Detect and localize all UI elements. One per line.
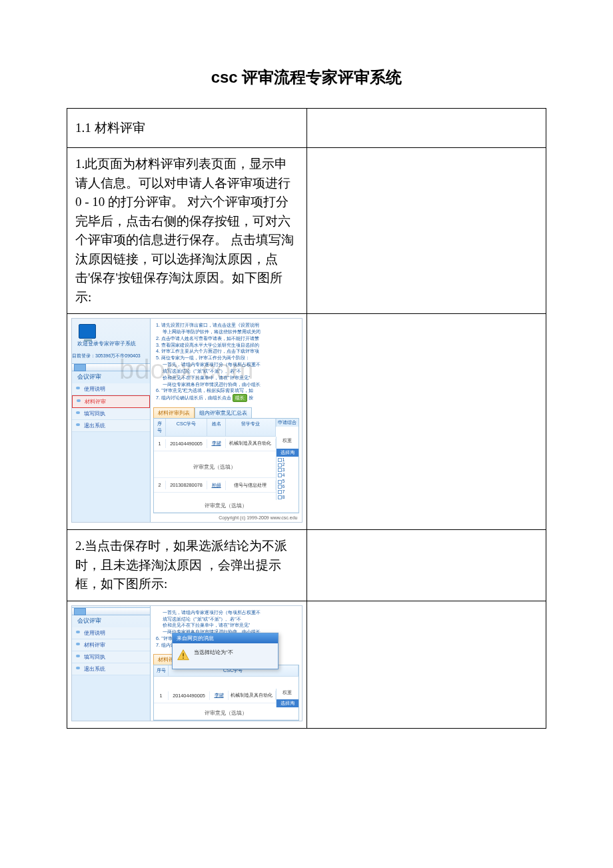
td-index: 2 [154, 481, 166, 489]
checkbox-label: 5 [283, 479, 285, 483]
table-row: 2 201308280078 柏摄 信号与信息处理 [154, 478, 276, 493]
sidebar-section-title[interactable]: 会议评审 [72, 371, 150, 383]
computer-icon [79, 324, 96, 339]
cell-empty [306, 530, 546, 601]
cell-screenshot-2: 会议评审 使用说明 材料评审 填写回执 退出系统 一首先，请组内专家逐项打分（每… [67, 601, 307, 728]
sidebar-item-label: 退出系统 [84, 423, 105, 429]
instr-text: 填写选派结论（"派"或"不派"）。若"不 [163, 616, 241, 622]
dialog-text: 当选择结论为"不 [194, 649, 233, 656]
cell-empty [306, 148, 546, 314]
instr-text: 请先设置打开弹出窗口，请点击这里《设置说明 [161, 322, 259, 328]
sidebar-item-material-review[interactable]: 材料评审 [72, 639, 150, 651]
cell-empty [306, 109, 546, 148]
cell-empty [306, 314, 546, 530]
sidebar-item-label: 退出系统 [84, 666, 105, 672]
checkbox-4[interactable] [278, 473, 282, 477]
checkbox-label: 3 [283, 467, 285, 472]
instr-text: 两位专家为一组，评审工作分为两个阶段： [161, 355, 250, 361]
sidebar-item-label: 使用说明 [84, 386, 105, 392]
th-name: 姓名 [207, 419, 226, 436]
sidebar-section-title[interactable]: 会议评审 [72, 615, 150, 627]
welcome-text: 欢迎登录专家评审子系统 [77, 341, 150, 347]
tab-material-list[interactable]: 材料评审列表 [153, 407, 195, 418]
sidebar: 会议评审 使用说明 材料评审 填写回执 退出系统 [72, 606, 151, 721]
cell-para2: 2.当点击保存时，如果选派结论为不派时，且未选择淘汰原因 ，会弹出提示框，如下图… [67, 530, 307, 601]
instr-text: 填写选派结论（"派"或"不派"）。若"不 [163, 368, 241, 374]
td-index: 1 [154, 439, 166, 448]
reason-checkboxes: 1 2 3 4 [276, 457, 299, 479]
sidebar: 欢迎登录专家评审子系统 目前登录：305396万不帝090403 会议评审 使用… [72, 319, 151, 522]
screenshot-2: 会议评审 使用说明 材料评审 填写回执 退出系统 一首先，请组内专家逐项打分（每… [71, 605, 303, 721]
sidebar-item-logout[interactable]: 退出系统 [72, 663, 150, 675]
applicant-name-link[interactable]: 李罐 [212, 440, 221, 446]
th-csc: CSC学号 [166, 419, 207, 436]
instr-text: 价和意见不在下拉菜单中，请在"评审意见" [163, 622, 250, 628]
td-csc: 201404490005 [169, 691, 210, 700]
applicant-name-link[interactable]: 李罐 [215, 692, 224, 698]
review-table: 序号 CSC学号 1 201404490005 李罐 机械制造及其自动化 [153, 665, 299, 721]
sidebar-item-usage[interactable]: 使用说明 [72, 627, 150, 639]
td-index: 1 [154, 691, 169, 700]
opinion-label: 评审意见（选填） [155, 503, 297, 509]
checkbox-8[interactable] [278, 495, 282, 499]
instr-text: 评审工作主要从六个方面进行，点击下载评审项 [161, 348, 259, 354]
applicant-name-link[interactable]: 柏摄 [212, 482, 221, 488]
screenshot-1: 欢迎登录专家评审子系统 目前登录：305396万不帝090403 会议评审 使用… [71, 318, 303, 523]
instr-text: 等上网助手等防护软件，将这些软件禁用或关闭 [163, 329, 261, 335]
checkbox-7[interactable] [278, 490, 282, 494]
th-major: 留学专业 [226, 419, 276, 436]
weight-label: 权重 [277, 689, 299, 697]
sidebar-item-logout[interactable]: 退出系统 [72, 420, 150, 432]
opinion-label: 评审意见（选填） [155, 710, 297, 717]
checkbox-2[interactable] [278, 463, 282, 467]
instr-num: 7. [156, 642, 160, 648]
instruction-list: 1. 请先设置打开弹出窗口，请点击这里《设置说明 等上网助手等防护软件，将这些软… [151, 319, 302, 405]
sidebar-item-label: 填写回执 [84, 411, 105, 417]
checkbox-6[interactable] [278, 485, 282, 489]
sidebar-item-label: 使用说明 [84, 630, 105, 636]
sidebar-tab-icon [74, 608, 86, 615]
cell-para1: 1.此页面为材料评审列表页面，显示申请人信息。可以对申请人各评审项进行 0 - … [67, 148, 307, 314]
instr-text: "评审意见"栏为选填，根据实际需要填写，如 [161, 387, 253, 393]
checkbox-label: 1 [283, 457, 285, 462]
sidebar-item-label: 填写回执 [84, 654, 105, 660]
svg-rect-0 [183, 653, 184, 656]
instr-text: 一首先，请组内专家逐项打分（每项所占权重不 [163, 361, 261, 367]
instr-text: 组内讨论确认组长后，由组长点击 [161, 395, 231, 401]
td-major: 机械制造及其自动化 [229, 691, 276, 700]
instr-num: 7. [156, 395, 160, 401]
review-table: 序号 CSC学号 姓名 留学专业 申请综合 [153, 418, 299, 514]
login-info: 目前登录：305396万不帝090403 [72, 353, 150, 359]
checkbox-1[interactable] [278, 458, 282, 462]
checkbox-3[interactable] [278, 468, 282, 472]
instr-text: 查看国家建设高水平大学公派研究生项目选择的 [161, 342, 259, 348]
dialog-title: 来自网页的消息 [173, 633, 278, 643]
weight-label: 权重 [277, 437, 299, 445]
sidebar-item-receipt[interactable]: 填写回执 [72, 651, 150, 663]
paragraph-2: 2.当点击保存时，如果选派结论为不派时，且未选择淘汰原因 ，会弹出提示框，如下图… [75, 537, 299, 594]
instr-text: 一首先，请组内专家逐项打分（每项所占权重不 [163, 609, 261, 615]
svg-rect-1 [183, 657, 184, 659]
sidebar-item-usage[interactable]: 使用说明 [72, 383, 150, 395]
instr-text: 点击申请人姓名可查看申请表，如不能打开请禁 [161, 335, 259, 341]
opinion-label: 评审意见（选填） [155, 464, 275, 471]
th-apply: 申请综合 [276, 419, 299, 427]
instr-text: 价和意见不在下拉菜单中，请在"评审意见" [163, 375, 250, 381]
sidebar-item-receipt[interactable]: 填写回执 [72, 408, 150, 420]
sidebar-item-material-review[interactable]: 材料评审 [72, 395, 150, 408]
sidebar-tab-icon [74, 364, 86, 371]
sidebar-item-label: 材料评审 [84, 642, 105, 648]
select-eliminate-link[interactable]: 选择淘 [277, 449, 299, 457]
td-csc: 201308280078 [166, 481, 207, 489]
select-eliminate-link[interactable]: 选择淘 [277, 699, 299, 707]
tab-group-summary[interactable]: 组内评审意见汇总表 [195, 407, 252, 418]
group-leader-button[interactable]: 组长 [233, 394, 247, 401]
checkbox-5[interactable] [278, 480, 282, 484]
table-row: 1 201404490005 李罐 机械制造及其自动化 [154, 437, 276, 451]
checkbox-label: 7 [283, 489, 285, 494]
table-row: 1 201404490005 李罐 机械制造及其自动化 [154, 689, 276, 703]
instr-num: 3. [156, 342, 160, 348]
paragraph-1: 1.此页面为材料评审列表页面，显示申请人信息。可以对申请人各评审项进行 0 - … [75, 155, 299, 307]
sidebar-item-label: 材料评审 [85, 399, 106, 405]
checkbox-label: 6 [283, 484, 285, 489]
